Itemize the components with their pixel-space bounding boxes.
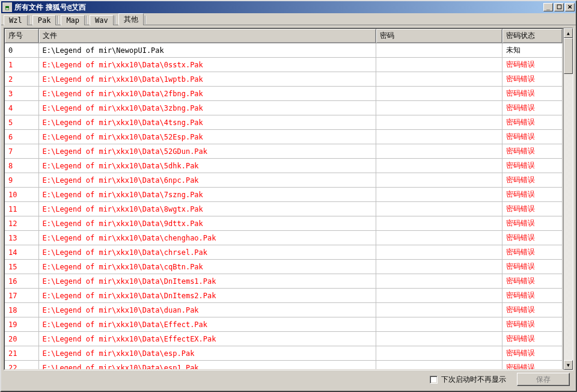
table-row[interactable]: 13E:\Legend of mir\xkx10\Data\chenghao.P… — [5, 231, 563, 245]
table-row[interactable]: 21E:\Legend of mir\xkx10\Data\esp.Pak密码错… — [5, 346, 563, 361]
cell-file[interactable]: E:\Legend of mir\xkx10\Data\EffectEX.Pak — [38, 332, 376, 346]
cell-index[interactable]: 3 — [5, 87, 38, 101]
cell-password[interactable] — [376, 202, 502, 216]
close-button[interactable]: ✕ — [565, 3, 575, 11]
cell-index[interactable]: 10 — [5, 188, 38, 202]
tab-other[interactable]: 其他 — [118, 13, 144, 25]
cell-password[interactable] — [376, 173, 502, 188]
dont-show-again-option[interactable]: 下次启动时不再显示 — [430, 375, 506, 385]
cell-status[interactable]: 密码错误 — [502, 303, 563, 317]
cell-file[interactable]: E:\Legend of mir\xkx10\Data\chenghao.Pak — [38, 231, 376, 245]
cell-index[interactable]: 20 — [5, 332, 38, 346]
cell-password[interactable] — [376, 346, 502, 361]
cell-password[interactable] — [376, 159, 502, 173]
scroll-up-button[interactable]: ▲ — [564, 28, 573, 38]
cell-index[interactable]: 21 — [5, 346, 38, 361]
cell-password[interactable] — [376, 274, 502, 289]
cell-status[interactable]: 密码错误 — [502, 317, 563, 332]
col-header-file[interactable]: 文件 — [38, 29, 376, 43]
col-header-status[interactable]: 密码状态 — [502, 29, 563, 43]
cell-index[interactable]: 8 — [5, 159, 38, 173]
cell-password[interactable] — [376, 289, 502, 303]
col-header-index[interactable]: 序号 — [5, 29, 38, 43]
minimize-button[interactable]: _ — [543, 3, 553, 11]
cell-status[interactable]: 密码错误 — [502, 202, 563, 216]
table-row[interactable]: 7E:\Legend of mir\xkx10\Data\52GDun.Pak密… — [5, 144, 563, 159]
cell-status[interactable]: 密码错误 — [502, 216, 563, 231]
cell-index[interactable]: 7 — [5, 144, 38, 159]
cell-status[interactable]: 密码错误 — [502, 115, 563, 130]
table-row[interactable]: 8E:\Legend of mir\xkx10\Data\5dhk.Pak密码错… — [5, 159, 563, 173]
cell-password[interactable] — [376, 188, 502, 202]
cell-status[interactable]: 密码错误 — [502, 260, 563, 274]
cell-index[interactable]: 2 — [5, 72, 38, 87]
vertical-scrollbar[interactable]: ▲ ▼ — [563, 28, 573, 370]
cell-status[interactable]: 密码错误 — [502, 274, 563, 289]
tab-map[interactable]: Map — [61, 15, 85, 25]
file-grid[interactable]: 序号 文件 密码 密码状态 0E:\Legend of mir\NewopUI.… — [5, 29, 563, 370]
cell-password[interactable] — [376, 216, 502, 231]
cell-password[interactable] — [376, 231, 502, 245]
cell-file[interactable]: E:\Legend of mir\xkx10\Data\Effect.Pak — [38, 317, 376, 332]
cell-index[interactable]: 14 — [5, 245, 38, 260]
cell-password[interactable] — [376, 332, 502, 346]
cell-file[interactable]: E:\Legend of mir\xkx10\Data\52Esp.Pak — [38, 130, 376, 144]
cell-password[interactable] — [376, 260, 502, 274]
cell-index[interactable]: 6 — [5, 130, 38, 144]
cell-password[interactable] — [376, 317, 502, 332]
cell-status[interactable]: 密码错误 — [502, 159, 563, 173]
cell-status[interactable]: 密码错误 — [502, 188, 563, 202]
cell-file[interactable]: E:\Legend of mir\xkx10\Data\52GDun.Pak — [38, 144, 376, 159]
table-row[interactable]: 17E:\Legend of mir\xkx10\Data\DnItems2.P… — [5, 289, 563, 303]
cell-file[interactable]: E:\Legend of mir\xkx10\Data\1wptb.Pak — [38, 72, 376, 87]
cell-file[interactable]: E:\Legend of mir\xkx10\Data\DnItems2.Pak — [38, 289, 376, 303]
table-row[interactable]: 3E:\Legend of mir\xkx10\Data\2fbng.Pak密码… — [5, 87, 563, 101]
cell-password[interactable] — [376, 245, 502, 260]
cell-index[interactable]: 16 — [5, 274, 38, 289]
cell-password[interactable] — [376, 361, 502, 370]
cell-file[interactable]: E:\Legend of mir\xkx10\Data\0sstx.Pak — [38, 58, 376, 72]
cell-index[interactable]: 0 — [5, 43, 38, 58]
cell-status[interactable]: 密码错误 — [502, 289, 563, 303]
cell-index[interactable]: 22 — [5, 361, 38, 370]
cell-password[interactable] — [376, 144, 502, 159]
cell-password[interactable] — [376, 115, 502, 130]
cell-status[interactable]: 密码错误 — [502, 245, 563, 260]
cell-index[interactable]: 17 — [5, 289, 38, 303]
col-header-password[interactable]: 密码 — [376, 29, 502, 43]
table-row[interactable]: 14E:\Legend of mir\xkx10\Data\chrsel.Pak… — [5, 245, 563, 260]
cell-status[interactable]: 密码错误 — [502, 87, 563, 101]
cell-status[interactable]: 密码错误 — [502, 231, 563, 245]
tab-pak[interactable]: Pak — [32, 15, 56, 25]
cell-status[interactable]: 密码错误 — [502, 130, 563, 144]
tab-wav[interactable]: Wav — [90, 15, 114, 25]
cell-password[interactable] — [376, 58, 502, 72]
cell-index[interactable]: 5 — [5, 115, 38, 130]
cell-index[interactable]: 18 — [5, 303, 38, 317]
table-row[interactable]: 5E:\Legend of mir\xkx10\Data\4tsng.Pak密码… — [5, 115, 563, 130]
cell-password[interactable] — [376, 43, 502, 58]
cell-file[interactable]: E:\Legend of mir\xkx10\Data\6npc.Pak — [38, 173, 376, 188]
table-row[interactable]: 9E:\Legend of mir\xkx10\Data\6npc.Pak密码错… — [5, 173, 563, 188]
cell-password[interactable] — [376, 72, 502, 87]
table-row[interactable]: 11E:\Legend of mir\xkx10\Data\8wgtx.Pak密… — [5, 202, 563, 216]
table-row[interactable]: 1E:\Legend of mir\xkx10\Data\0sstx.Pak密码… — [5, 58, 563, 72]
table-row[interactable]: 4E:\Legend of mir\xkx10\Data\3zbng.Pak密码… — [5, 101, 563, 115]
cell-status[interactable]: 密码错误 — [502, 101, 563, 115]
cell-status[interactable]: 密码错误 — [502, 144, 563, 159]
cell-status[interactable]: 密码错误 — [502, 173, 563, 188]
cell-file[interactable]: E:\Legend of mir\NewopUI.Pak — [38, 43, 376, 58]
cell-index[interactable]: 1 — [5, 58, 38, 72]
cell-password[interactable] — [376, 101, 502, 115]
tab-wzl[interactable]: Wzl — [4, 15, 28, 25]
maximize-button[interactable]: ☐ — [554, 3, 564, 11]
cell-index[interactable]: 19 — [5, 317, 38, 332]
cell-file[interactable]: E:\Legend of mir\xkx10\Data\duan.Pak — [38, 303, 376, 317]
table-row[interactable]: 15E:\Legend of mir\xkx10\Data\cqBtn.Pak密… — [5, 260, 563, 274]
cell-file[interactable]: E:\Legend of mir\xkx10\Data\esp1.Pak — [38, 361, 376, 370]
titlebar[interactable]: ⬒ 所有文件 搜狐号@艾西 _ ☐ ✕ — [1, 1, 576, 13]
table-row[interactable]: 2E:\Legend of mir\xkx10\Data\1wptb.Pak密码… — [5, 72, 563, 87]
table-row[interactable]: 0E:\Legend of mir\NewopUI.Pak未知 — [5, 43, 563, 58]
scroll-thumb[interactable] — [564, 38, 573, 74]
cell-file[interactable]: E:\Legend of mir\xkx10\Data\9dttx.Pak — [38, 216, 376, 231]
